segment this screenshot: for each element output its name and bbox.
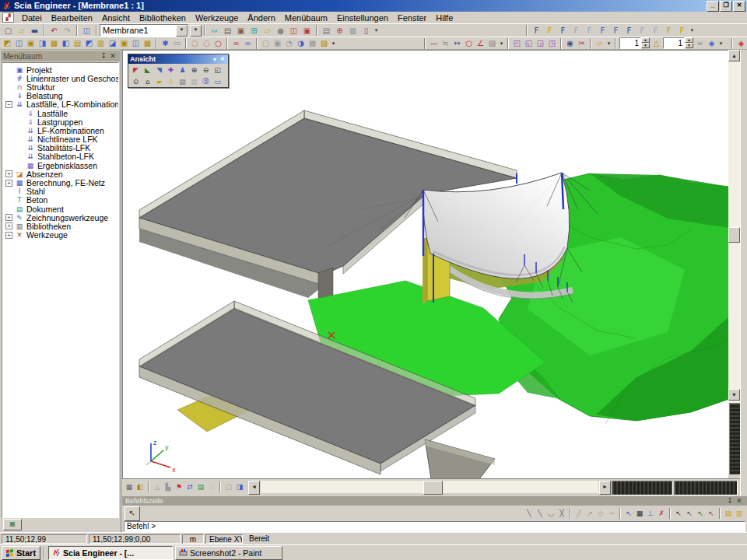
document-icon[interactable]: ▞ — [2, 12, 14, 23]
rotation-slider-y[interactable] — [674, 481, 738, 495]
scale-spin-2-up-button[interactable]: ▲ — [685, 37, 693, 43]
print-tool-button[interactable]: ▤ — [221, 25, 234, 37]
dots-button[interactable]: ∴ — [206, 481, 217, 493]
struct-haunch-button[interactable]: ▣ — [118, 37, 130, 49]
close-icon[interactable]: ✕ — [219, 56, 226, 62]
close-icon[interactable]: ✕ — [735, 497, 744, 505]
struct-node-button[interactable]: ◩ — [2, 37, 13, 49]
view-state-11-button[interactable]: F — [662, 25, 675, 37]
cursor-4-icon[interactable]: ↖ — [706, 508, 717, 520]
paste-view-1-button[interactable]: ◰ — [511, 37, 523, 49]
tree-item[interactable]: ⇓Lastfälle — [2, 109, 118, 117]
zoom-all-icon[interactable]: ⊙ — [130, 76, 142, 86]
tree-item[interactable]: ▤Dokument — [2, 205, 118, 213]
tree-item[interactable]: ▦Ergebnisklassen — [2, 161, 118, 170]
angle-tool-button[interactable]: ∠ — [475, 37, 486, 49]
layer-b-icon[interactable]: ▥ — [734, 508, 745, 520]
tree-item[interactable]: IStahl — [2, 187, 118, 196]
transport-button[interactable]: ▭ — [171, 37, 183, 49]
pair-blue-button[interactable]: ∞ — [242, 37, 254, 49]
struct-arbitrary-button[interactable]: ◫ — [130, 37, 142, 49]
project-combo-dropdown-button[interactable]: ▼ — [176, 25, 188, 37]
cut-button[interactable]: ✂ — [576, 37, 587, 49]
deform-scale-button[interactable]: △ — [152, 481, 163, 493]
clipping-box-icon[interactable]: Ⓑ — [200, 76, 212, 86]
zoom-out-icon[interactable]: ⊖ — [200, 65, 212, 75]
print-view-icon[interactable]: ▤ — [177, 76, 188, 86]
save-button[interactable]: ▬ — [28, 25, 41, 37]
tree-item[interactable]: ⇊LF-Kombinationen — [2, 126, 118, 135]
snap-curve-icon[interactable]: ~ — [606, 508, 617, 520]
tree-item[interactable]: +◪Absenzen — [2, 170, 118, 178]
model-viewport[interactable]: z y x Ansicht ▼ ✕ ◤◣◥✚♟⊕⊖◱ ⊙⌂▰☼▤▤Ⓑ▭ — [122, 50, 728, 478]
dim-button[interactable]: ↔ — [451, 37, 463, 49]
model-3d-scene[interactable]: z y x — [123, 51, 729, 479]
tree-item[interactable]: +▦Berechnung, FE-Netz — [2, 178, 118, 187]
horizontal-scrollbar-thumb[interactable] — [423, 481, 443, 495]
paste-view-2-button[interactable]: ◱ — [523, 37, 535, 49]
filter-3-button[interactable]: ◔ — [283, 37, 295, 49]
struct-wall-button[interactable]: ▦ — [48, 37, 60, 49]
snap-tangent-icon[interactable]: ↗ — [584, 508, 595, 520]
line-tool-button[interactable]: — — [428, 37, 440, 49]
zoom-window-icon[interactable]: ◱ — [212, 65, 223, 75]
paste-view-4-button[interactable]: ◳ — [546, 37, 558, 49]
light-icon[interactable]: ☼ — [165, 76, 177, 86]
print-view2-icon[interactable]: ▤ — [188, 76, 200, 86]
escape-cursor-button[interactable]: ↖ — [124, 506, 140, 521]
results-button[interactable]: ▙ — [163, 481, 174, 493]
struct-hinge-button[interactable]: ▥ — [95, 37, 107, 49]
select-lasso2-button[interactable]: ◌ — [201, 37, 212, 49]
package-tool-button[interactable]: ▣ — [234, 25, 247, 37]
window-a-button[interactable]: ▢ — [223, 481, 234, 493]
close-button[interactable]: ✕ — [733, 1, 745, 12]
add-view-button-dropdown[interactable]: ▾ — [717, 40, 724, 47]
menu-item-ansicht[interactable]: Ansicht — [97, 12, 135, 23]
pin-icon[interactable]: ↧ — [725, 497, 735, 505]
snap-intersection-icon[interactable]: ╳ — [556, 508, 567, 520]
view-state-8-button[interactable]: F — [622, 25, 636, 37]
view-state-7-button[interactable]: F — [609, 25, 622, 37]
ortho-icon[interactable]: ⊥ — [645, 508, 656, 520]
view-axo-icon[interactable]: ✚ — [165, 65, 177, 75]
circle-tool-button[interactable]: ○ — [463, 37, 475, 49]
filter-6-button-dropdown[interactable]: ▾ — [330, 40, 337, 47]
menu-item-bibliotheken[interactable]: Bibliotheken — [135, 12, 191, 23]
menu-item-hilfe[interactable]: Hilfe — [431, 12, 458, 23]
cursor-2-icon[interactable]: ↖ — [684, 508, 695, 520]
redo-button[interactable]: ↷ — [61, 25, 74, 37]
tree-item[interactable]: ⇊Stabilitäts-LFK — [2, 144, 118, 152]
view-state-10-button[interactable]: F — [649, 25, 662, 37]
tree-item[interactable]: ⇓Belastung — [2, 92, 118, 100]
purple-window-button[interactable]: ▯ — [359, 25, 373, 37]
view-state-12-button[interactable]: F — [675, 25, 689, 37]
struct-opening-button[interactable]: ◧ — [60, 37, 72, 49]
struct-beam-button[interactable]: ◫ — [13, 37, 25, 49]
scale-spin-2-down-button[interactable]: ▼ — [685, 43, 693, 48]
struct-panel-button[interactable]: ▤ — [72, 37, 83, 49]
vertical-scrollbar[interactable]: ▲ ▼ — [728, 50, 740, 478]
minimize-button[interactable]: _ — [707, 1, 719, 12]
view-state-4-button[interactable]: F — [570, 25, 583, 37]
select-poly-button[interactable]: ○ — [212, 37, 224, 49]
menu-item-werkzeuge[interactable]: Werkzeuge — [191, 12, 243, 23]
chart-button[interactable]: ▥ — [346, 25, 359, 37]
load-case-folder-button[interactable]: ▱ — [594, 37, 605, 49]
cursor-3-icon[interactable]: ↖ — [695, 508, 706, 520]
pair-red-button[interactable]: ∞ — [230, 37, 242, 49]
snap-star-button[interactable]: ✱ — [160, 37, 171, 49]
scale-spin-1-down-button[interactable]: ▼ — [641, 43, 650, 48]
scale-spin-1[interactable]: 1▲▼ — [619, 37, 650, 49]
view-state-1-button[interactable]: F — [530, 25, 543, 37]
tree-item[interactable]: −⇊Lastfälle, LF-Kombinationen — [2, 100, 118, 109]
vertical-scrollbar-thumb[interactable] — [728, 227, 740, 243]
wave-icon-button[interactable]: ≈ — [694, 37, 706, 49]
zoom-in-icon[interactable]: ⊕ — [188, 65, 200, 75]
view-state-5-button[interactable]: F — [583, 25, 596, 37]
scale-spin-2-value[interactable]: 1 — [663, 37, 685, 49]
grid-snap-icon[interactable]: ▦ — [634, 508, 645, 520]
tree-item[interactable]: ▣Projekt — [2, 65, 118, 74]
view-state-9-button[interactable]: F — [636, 25, 649, 37]
cursor-snap-icon[interactable]: ↖ — [623, 508, 634, 520]
render-book-button[interactable]: ▤ — [195, 481, 206, 493]
